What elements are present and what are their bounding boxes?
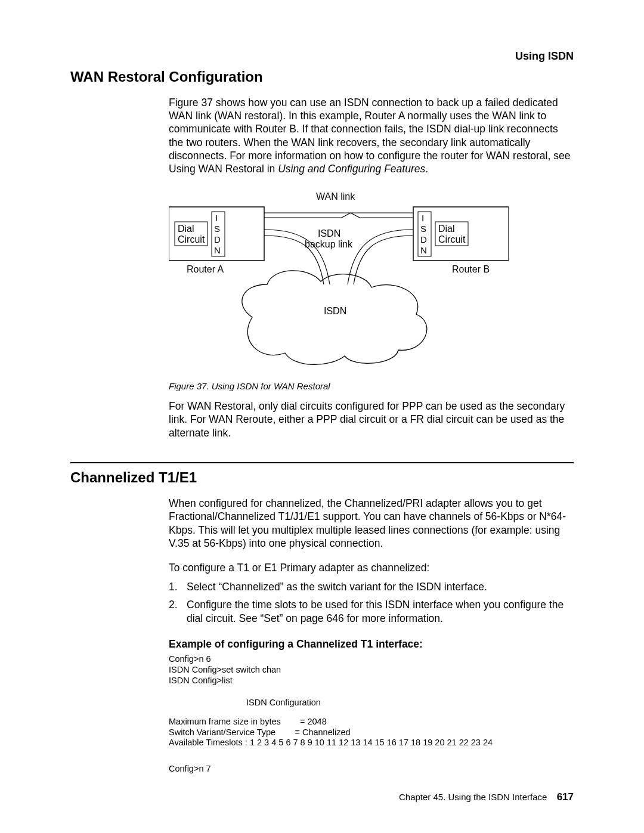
svg-text:S: S	[214, 224, 220, 234]
page: Using ISDN WAN Restoral Configuration Fi…	[0, 0, 644, 833]
dial-label-a2: Circuit	[178, 234, 205, 244]
terminal-title: ISDN Configuration	[246, 698, 574, 708]
figure-37-caption: Figure 37. Using ISDN for WAN Restoral	[169, 381, 574, 391]
svg-line-16	[342, 213, 351, 218]
wan-restoral-paragraph-1: Figure 37 shows how you can use an ISDN …	[169, 96, 574, 176]
page-footer: Chapter 45. Using the ISDN Interface 617	[399, 791, 574, 803]
isdn-backup-label2: backup link	[305, 239, 353, 249]
svg-text:D: D	[420, 234, 427, 244]
footer-chapter: Chapter 45. Using the ISDN Interface	[399, 792, 547, 802]
section-divider	[70, 462, 574, 463]
list-number: 2.	[169, 598, 181, 625]
heading-wan-restoral: WAN Restoral Configuration	[70, 69, 574, 85]
list-text: Select “Channelized” as the switch varia…	[187, 580, 487, 593]
wan-restoral-diagram: Dial Circuit I S D N I S D N Dial Circui…	[169, 189, 509, 368]
isdn-cloud-label: ISDN	[324, 306, 346, 316]
svg-text:N: N	[214, 245, 221, 255]
svg-text:N: N	[420, 245, 427, 255]
wan-link-label: WAN link	[316, 191, 355, 202]
para1-tail: .	[425, 163, 428, 175]
svg-text:D: D	[214, 234, 221, 244]
para1-italic: Using and Configuring Features	[278, 163, 425, 175]
isdn-backup-label1: ISDN	[318, 228, 340, 239]
dial-label-b2: Circuit	[438, 234, 466, 244]
svg-rect-7	[413, 207, 509, 261]
list-number: 1.	[169, 580, 181, 593]
wan-restoral-paragraph-2: For WAN Restoral, only dial circuits con…	[169, 400, 574, 439]
dial-label-b1: Dial	[438, 224, 455, 234]
chan-steps-list: 1. Select “Channelized” as the switch va…	[169, 580, 574, 625]
heading-channelized: Channelized T1/E1	[70, 469, 574, 486]
svg-line-17	[351, 213, 360, 218]
running-head: Using ISDN	[515, 50, 574, 63]
router-b-label: Router B	[452, 264, 490, 274]
terminal-block-2: Maximum frame size in bytes = 2048 Switc…	[169, 717, 574, 748]
svg-text:S: S	[420, 224, 426, 234]
terminal-block-3: Config>n 7	[169, 764, 574, 775]
svg-text:I: I	[422, 213, 424, 223]
router-a-label: Router A	[187, 264, 224, 274]
chan-para-2: To configure a T1 or E1 Primary adapter …	[169, 561, 574, 574]
example-subhead: Example of configuring a Channelized T1 …	[169, 638, 574, 651]
footer-page-number: 617	[557, 791, 574, 803]
list-item: 1. Select “Channelized” as the switch va…	[169, 580, 574, 593]
dial-label-a1: Dial	[178, 224, 194, 234]
svg-text:I: I	[215, 213, 218, 223]
list-item: 2. Configure the time slots to be used f…	[169, 598, 574, 625]
chan-para-1: When configured for channelized, the Cha…	[169, 497, 574, 550]
terminal-block-1: Config>n 6 ISDN Config>set switch chan I…	[169, 654, 574, 686]
figure-37: Dial Circuit I S D N I S D N Dial Circui…	[169, 189, 574, 370]
list-text: Configure the time slots to be used for …	[187, 598, 574, 625]
